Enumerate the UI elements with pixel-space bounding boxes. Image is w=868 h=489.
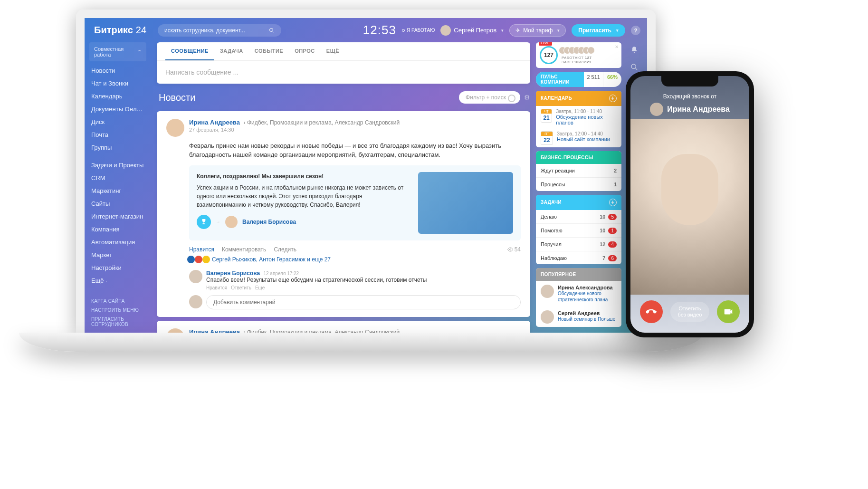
sidebar-item[interactable]: Группы <box>85 141 151 154</box>
sidebar-item[interactable]: Документы Онлайн <box>85 103 151 115</box>
help-icon[interactable]: ? <box>631 26 640 35</box>
sidebar-item[interactable]: Сайты <box>85 197 151 210</box>
post-attachment: Коллеги, поздравляю! Мы завершили сезон!… <box>189 165 521 240</box>
search-icon[interactable] <box>630 62 639 72</box>
comment-author[interactable]: Валерия Борисова <box>206 270 260 277</box>
search-input[interactable]: искать сотрудника, документ... <box>158 24 281 37</box>
close-icon[interactable]: ✕ <box>615 44 619 49</box>
bell-icon[interactable] <box>630 45 639 55</box>
pulse-percent: 66% <box>603 72 621 87</box>
pulse-widget[interactable]: ПУЛЬС КОМПАНИИ 2 511 66% <box>536 72 621 87</box>
topbar: искать сотрудника, документ... 12:53 Я Р… <box>151 18 647 42</box>
logo[interactable]: Битрикс 24 <box>85 23 151 42</box>
sidebar-footer-link[interactable]: КАРТА САЙТА <box>91 297 144 306</box>
post-categories[interactable]: › Фидбек, Промоакции и реклама, Александ… <box>244 329 400 333</box>
tariff-button[interactable]: ✈ Мой тариф ▾ <box>509 24 566 37</box>
like-button[interactable]: Нравится <box>189 246 214 253</box>
post-categories[interactable]: › Фидбек, Промоакции и реклама, Александ… <box>244 119 400 126</box>
logo-brand: Битрикс <box>94 25 133 36</box>
sidebar-item[interactable]: Диск <box>85 115 151 128</box>
answer-video-button[interactable] <box>717 300 740 323</box>
task-row[interactable]: Помогаю101 <box>536 224 621 238</box>
answer-no-video-button[interactable]: Ответить без видео <box>670 302 710 322</box>
badge-recipient[interactable]: Валерия Борисова <box>242 218 296 226</box>
compose-tab[interactable]: ЗАДАЧА <box>214 42 249 60</box>
chevron-down-icon: ▾ <box>501 28 504 33</box>
comment-reply[interactable]: Ответить <box>231 285 251 290</box>
sidebar-item[interactable]: CRM <box>85 172 151 184</box>
reactions-text[interactable]: Сергей Рыжиков, Антон Герасимюк и еще 27 <box>212 256 331 263</box>
chevron-down-icon: ▾ <box>616 28 619 33</box>
filter-input[interactable]: Фильтр + поиск <box>459 91 520 104</box>
sidebar-footer-link[interactable]: НАСТРОИТЬ МЕНЮ <box>91 306 144 315</box>
attachment-image[interactable] <box>418 172 513 234</box>
compose-tab[interactable]: СООБЩЕНИЕ <box>165 42 214 60</box>
sidebar-item[interactable]: Почта <box>85 128 151 141</box>
sidebar-item[interactable]: Задачи и Проекты <box>85 159 151 172</box>
view-count: 54 <box>507 246 521 253</box>
sidebar-footer-link[interactable]: ПРИГЛАСИТЬ СОТРУДНИКОВ <box>91 315 144 329</box>
sidebar-item[interactable]: Маркетинг <box>85 184 151 197</box>
avatar[interactable] <box>189 270 202 283</box>
add-comment-input[interactable] <box>206 295 521 309</box>
post-author[interactable]: Ирина Андреева <box>189 328 240 333</box>
phone-mockup: Входящий звонок от Ирина Андреева Ответи… <box>626 71 754 337</box>
comment-like[interactable]: Нравится <box>206 285 227 290</box>
task-row[interactable]: Делаю105 <box>536 210 621 224</box>
task-row[interactable]: Наблюдаю76 <box>536 251 621 264</box>
task-row[interactable]: Поручил124 <box>536 238 621 251</box>
work-status[interactable]: Я РАБОТАЮ <box>402 28 435 33</box>
popular-item[interactable]: Сергей АндреевНовый семинар в Польше <box>536 307 621 327</box>
invite-button[interactable]: Пригласить ▾ <box>572 24 625 37</box>
widget-title: ПОПУЛЯРНОЕ <box>541 272 576 277</box>
sidebar-item[interactable]: Календарь <box>85 90 151 103</box>
add-icon[interactable]: + <box>609 199 617 206</box>
status-dot-icon <box>402 29 405 32</box>
sidebar-item[interactable]: Интернет-магазин <box>85 210 151 223</box>
add-icon[interactable]: + <box>609 95 617 102</box>
gear-icon[interactable]: ⚙ <box>524 94 530 101</box>
calendar-item[interactable]: ПТ22Завтра, 12:00 - 14:40Новый сайт комп… <box>536 128 621 147</box>
follow-button[interactable]: Следить <box>274 246 296 253</box>
decline-button[interactable] <box>640 300 663 323</box>
post-author[interactable]: Ирина Андреева <box>189 119 240 126</box>
avatar[interactable] <box>225 216 238 228</box>
caller-name: Ирина Андреева <box>667 105 730 114</box>
compose-tab[interactable]: ЕЩЁ <box>321 42 345 60</box>
page-title: Новости <box>157 92 195 103</box>
sidebar-item[interactable]: Чат и Звонки <box>85 77 151 90</box>
bp-row[interactable]: Ждут реакции2 <box>536 164 621 178</box>
post-date: 27 февраля, 14:30 <box>189 127 521 133</box>
sidebar-item[interactable]: Ещё · <box>85 274 151 287</box>
calendar-widget: КАЛЕНДАРЬ + ЧТ21Завтра, 11:00 - 11:40Обс… <box>536 91 621 147</box>
live-widget[interactable]: LIVE 127 <box>536 42 621 68</box>
comment-more[interactable]: Еще <box>255 285 265 290</box>
compose-tab[interactable]: ОПРОС <box>289 42 321 60</box>
sidebar-group-header[interactable]: Совместная работа ⌃ <box>89 42 146 61</box>
calendar-item[interactable]: ЧТ21Завтра, 11:00 - 11:40Обсуждение новы… <box>536 106 621 128</box>
sidebar-item[interactable]: Маркет <box>85 249 151 261</box>
clock: 12:53 <box>363 23 396 38</box>
avatar <box>189 295 202 308</box>
sidebar-item[interactable]: Автоматизация <box>85 236 151 249</box>
chevron-down-icon: ▾ <box>557 28 560 33</box>
popular-item[interactable]: Ирина АлександроваОбсуждение нового стра… <box>536 281 621 307</box>
current-user[interactable]: Сергей Петров ▾ <box>440 25 504 36</box>
sidebar-item[interactable]: Компания <box>85 223 151 236</box>
sidebar-item[interactable]: Настройки <box>85 261 151 274</box>
compose-input[interactable]: Написать сообщение ... <box>157 61 530 84</box>
svg-point-0 <box>270 28 273 31</box>
rocket-icon: ✈ <box>515 27 520 34</box>
comment-button[interactable]: Комментировать <box>222 246 266 253</box>
avatar[interactable] <box>166 328 184 333</box>
feed-post: Ирина Андреева › Фидбек, Промоакции и ре… <box>157 111 530 317</box>
bp-row[interactable]: Процессы1 <box>536 178 621 191</box>
reactions-bar[interactable]: Сергей Рыжиков, Антон Герасимюк и еще 27 <box>189 256 521 263</box>
tasks-widget: ЗАДАЧИ + Делаю105Помогаю101Поручил124Наб… <box>536 195 621 264</box>
widget-title: ЗАДАЧИ <box>541 200 562 205</box>
sidebar-item[interactable]: Новости <box>85 64 151 77</box>
avatar[interactable] <box>166 119 184 137</box>
compose-tab[interactable]: СОБЫТИЕ <box>249 42 289 60</box>
arrow-icon: → <box>216 218 220 225</box>
trophy-icon <box>197 215 211 229</box>
